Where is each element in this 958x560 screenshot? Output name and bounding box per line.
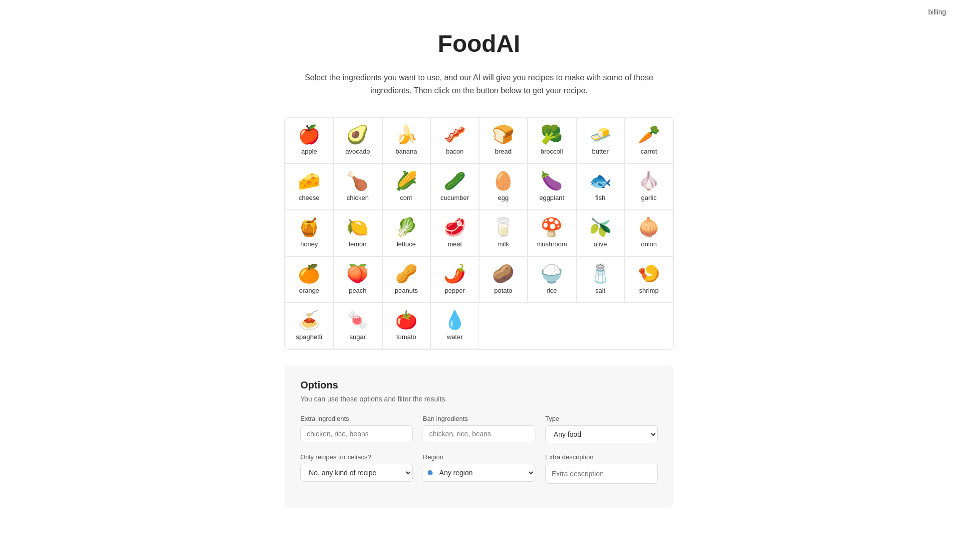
region-select-wrapper: Any regionEuropeanAsianAmericanAfrican bbox=[423, 464, 535, 482]
ingredient-fish[interactable]: 🐟fish bbox=[576, 164, 625, 210]
ingredient-tomato[interactable]: 🍅tomato bbox=[382, 303, 431, 349]
ingredient-orange[interactable]: 🍊orange bbox=[285, 256, 333, 303]
ban-ingredients-group: Ban ingredients bbox=[423, 415, 535, 443]
options-row-1: Extra ingredients Ban ingredients Type A… bbox=[300, 415, 658, 443]
milk-icon: 🥛 bbox=[492, 218, 514, 236]
celiac-select[interactable]: No, any kind of recipeYes, only celiac r… bbox=[300, 464, 413, 482]
ingredient-avocado[interactable]: 🥑avocado bbox=[333, 117, 382, 164]
ingredient-peach[interactable]: 🍑peach bbox=[333, 256, 382, 303]
ingredient-banana[interactable]: 🍌banana bbox=[382, 117, 431, 164]
type-select[interactable]: Any foodVegetarianVeganPescatarian bbox=[545, 425, 658, 443]
bread-label: bread bbox=[495, 148, 511, 155]
bacon-icon: 🥓 bbox=[444, 126, 466, 144]
ingredient-potato[interactable]: 🥔potato bbox=[479, 256, 527, 303]
ingredient-egg[interactable]: 🥚egg bbox=[479, 164, 527, 210]
ingredient-corn[interactable]: 🌽corn bbox=[382, 164, 431, 210]
extra-ingredients-label: Extra ingredients bbox=[300, 415, 413, 422]
cucumber-icon: 🥒 bbox=[444, 172, 466, 190]
ingredient-garlic[interactable]: 🧄garlic bbox=[625, 164, 673, 210]
potato-icon: 🥔 bbox=[492, 265, 514, 283]
bread-icon: 🍞 bbox=[492, 126, 514, 144]
banana-label: banana bbox=[395, 148, 417, 155]
ingredient-milk[interactable]: 🥛milk bbox=[479, 210, 527, 256]
water-icon: 💧 bbox=[444, 311, 466, 329]
honey-label: honey bbox=[300, 240, 318, 248]
type-label: Type bbox=[545, 415, 658, 422]
spaghetti-label: spaghetti bbox=[296, 333, 322, 341]
spaghetti-icon: 🍝 bbox=[298, 311, 320, 329]
app-subtitle: Select the ingredients you want to use, … bbox=[284, 71, 674, 97]
ingredient-spaghetti[interactable]: 🍝spaghetti bbox=[285, 303, 333, 349]
ingredient-broccoli[interactable]: 🥦broccoli bbox=[527, 117, 576, 164]
peanuts-icon: 🥜 bbox=[395, 265, 418, 283]
avocado-icon: 🥑 bbox=[346, 126, 369, 144]
extra-ingredients-group: Extra ingredients bbox=[300, 415, 413, 443]
ingredient-cucumber[interactable]: 🥒cucumber bbox=[431, 164, 479, 210]
ingredient-bacon[interactable]: 🥓bacon bbox=[431, 117, 479, 164]
ingredient-onion[interactable]: 🧅onion bbox=[625, 210, 673, 256]
extra-ingredients-input[interactable] bbox=[300, 425, 413, 442]
ingredient-water[interactable]: 💧water bbox=[431, 303, 479, 349]
ingredient-butter[interactable]: 🧈butter bbox=[576, 117, 625, 164]
honey-icon: 🍯 bbox=[298, 218, 320, 236]
garlic-label: garlic bbox=[641, 194, 657, 201]
tomato-icon: 🍅 bbox=[395, 311, 418, 329]
ingredient-olive[interactable]: 🫒olive bbox=[576, 210, 625, 256]
carrot-icon: 🥕 bbox=[638, 126, 660, 144]
ingredient-mushroom[interactable]: 🍄mushroom bbox=[527, 210, 576, 256]
potato-label: potato bbox=[494, 287, 512, 294]
chicken-label: chicken bbox=[347, 194, 369, 201]
type-group: Type Any foodVegetarianVeganPescatarian bbox=[545, 415, 658, 443]
garlic-icon: 🧄 bbox=[638, 172, 660, 190]
fish-label: fish bbox=[595, 194, 605, 201]
region-select[interactable]: Any regionEuropeanAsianAmericanAfrican bbox=[423, 464, 535, 482]
ingredient-peanuts[interactable]: 🥜peanuts bbox=[382, 256, 431, 303]
lettuce-label: lettuce bbox=[397, 240, 416, 248]
extra-description-label: Extra description bbox=[545, 453, 658, 461]
ingredient-chicken[interactable]: 🍗chicken bbox=[333, 164, 382, 210]
ingredient-honey[interactable]: 🍯honey bbox=[285, 210, 333, 256]
ingredient-lettuce[interactable]: 🥬lettuce bbox=[382, 210, 431, 256]
salt-label: salt bbox=[595, 287, 605, 294]
ban-ingredients-input[interactable] bbox=[423, 425, 535, 442]
peanuts-label: peanuts bbox=[395, 287, 418, 294]
carrot-label: carrot bbox=[641, 148, 657, 155]
fish-icon: 🐟 bbox=[589, 172, 612, 190]
olive-label: olive bbox=[594, 240, 607, 248]
corn-icon: 🌽 bbox=[395, 172, 418, 190]
ingredient-bread[interactable]: 🍞bread bbox=[479, 117, 527, 164]
chicken-icon: 🍗 bbox=[346, 172, 369, 190]
rice-label: rice bbox=[546, 287, 557, 294]
ingredient-carrot[interactable]: 🥕carrot bbox=[625, 117, 673, 164]
ingredient-meat[interactable]: 🥩meat bbox=[431, 210, 479, 256]
lemon-icon: 🍋 bbox=[346, 218, 369, 236]
ingredient-lemon[interactable]: 🍋lemon bbox=[333, 210, 382, 256]
mushroom-label: mushroom bbox=[536, 240, 567, 248]
ingredient-pepper[interactable]: 🌶️pepper bbox=[431, 256, 479, 303]
rice-icon: 🍚 bbox=[540, 265, 563, 283]
billing-link[interactable]: billing bbox=[928, 8, 946, 16]
lettuce-icon: 🥬 bbox=[395, 218, 418, 236]
broccoli-icon: 🥦 bbox=[540, 126, 563, 144]
options-title: Options bbox=[300, 379, 658, 391]
celiac-group: Only recipes for celiacs? No, any kind o… bbox=[300, 453, 413, 484]
ingredient-rice[interactable]: 🍚rice bbox=[527, 256, 576, 303]
butter-label: butter bbox=[592, 148, 609, 155]
peach-label: peach bbox=[349, 287, 366, 294]
lemon-label: lemon bbox=[349, 240, 366, 248]
ingredient-eggplant[interactable]: 🍆eggplant bbox=[527, 164, 576, 210]
ingredient-cheese[interactable]: 🧀cheese bbox=[285, 164, 333, 210]
orange-icon: 🍊 bbox=[298, 265, 320, 283]
ingredient-shrimp[interactable]: 🍤shrimp bbox=[625, 256, 673, 303]
ingredient-apple[interactable]: 🍎apple bbox=[285, 117, 333, 164]
ingredient-sugar[interactable]: 🍬sugar bbox=[333, 303, 382, 349]
peach-icon: 🍑 bbox=[346, 265, 369, 283]
celiac-label: Only recipes for celiacs? bbox=[300, 453, 413, 461]
ingredient-salt[interactable]: 🧂salt bbox=[576, 256, 625, 303]
onion-icon: 🧅 bbox=[638, 218, 660, 236]
extra-description-input[interactable] bbox=[545, 464, 658, 484]
meat-label: meat bbox=[448, 240, 462, 248]
milk-label: milk bbox=[497, 240, 509, 248]
egg-icon: 🥚 bbox=[492, 172, 514, 190]
avocado-label: avocado bbox=[345, 148, 370, 155]
